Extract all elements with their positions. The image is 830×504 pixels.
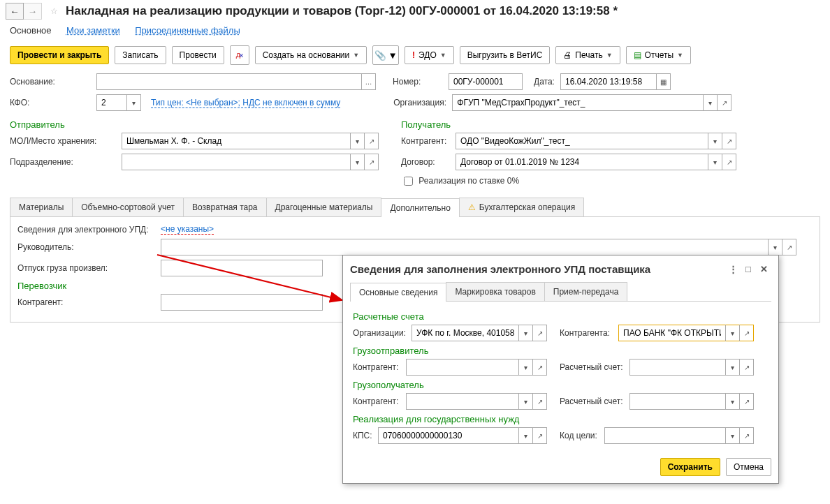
accounts-title: Расчетные счета bbox=[353, 311, 769, 322]
acct-org-input[interactable] bbox=[412, 325, 519, 328]
date-label: Дата: bbox=[534, 77, 560, 87]
chevron-down-icon: ▼ bbox=[440, 52, 446, 59]
arrow-left-icon: ← bbox=[10, 6, 19, 17]
attach-button[interactable]: 📎 ▼ bbox=[372, 45, 399, 65]
dt-kt-icon: Дк bbox=[236, 52, 243, 59]
acct-contr-input[interactable] bbox=[618, 325, 726, 328]
dialog-close-button[interactable]: ✕ bbox=[756, 261, 771, 276]
create-based-button[interactable]: Создать на основании ▼ bbox=[255, 46, 367, 64]
dlg-tab-mark[interactable]: Маркировка товаров bbox=[446, 282, 544, 301]
carrier-contr-input[interactable] bbox=[161, 294, 323, 311]
kfo-input[interactable] bbox=[96, 94, 127, 111]
kfo-dropdown-button[interactable]: ▾ bbox=[127, 94, 141, 111]
number-input[interactable] bbox=[449, 73, 523, 90]
recv-contr-label: Контрагент: bbox=[401, 136, 456, 146]
recv-contr-dropdown-button[interactable]: ▾ bbox=[708, 133, 722, 149]
dt-kt-button[interactable]: Дк bbox=[230, 45, 249, 65]
upd-label: Сведения для электронного УПД: bbox=[17, 225, 161, 235]
mol-open-button[interactable]: ↗ bbox=[365, 133, 379, 149]
price-type-link[interactable]: Тип цен: <Не выбран>; НДС не включен в с… bbox=[151, 98, 340, 108]
acct-contr-open-button[interactable]: ↗ bbox=[740, 325, 754, 328]
nav-tab-main[interactable]: Основное bbox=[10, 25, 52, 36]
zero-rate-checkbox-label[interactable]: Реализация по ставке 0% bbox=[401, 175, 519, 188]
save-button[interactable]: Записать bbox=[115, 46, 166, 64]
report-icon: ▤ bbox=[634, 50, 641, 60]
zero-rate-checkbox[interactable] bbox=[404, 177, 413, 186]
mol-dropdown-button[interactable]: ▾ bbox=[351, 133, 365, 149]
dialog-more-button[interactable]: ⋮ bbox=[725, 261, 741, 276]
subtab-materials[interactable]: Материалы bbox=[10, 198, 73, 216]
dlg-tab-transfer[interactable]: Прием-передача bbox=[544, 282, 628, 301]
receiver-title: Получатель bbox=[401, 119, 820, 130]
chevron-down-icon: ▼ bbox=[677, 52, 683, 59]
subtab-accounting[interactable]: ⚠ Бухгалтерская операция bbox=[459, 198, 584, 216]
post-button[interactable]: Провести bbox=[172, 46, 224, 64]
vetis-button[interactable]: Выгрузить в ВетИС bbox=[460, 46, 551, 64]
basis-label: Основание: bbox=[10, 77, 87, 87]
sender-title: Отправитель bbox=[10, 119, 401, 130]
back-button[interactable]: ← bbox=[6, 3, 24, 20]
org-dropdown-button[interactable]: ▾ bbox=[704, 94, 718, 111]
arrow-right-icon: → bbox=[28, 6, 37, 17]
acct-org-open-button[interactable]: ↗ bbox=[533, 325, 547, 328]
subtab-extra[interactable]: Дополнительно bbox=[381, 198, 459, 217]
dialog-maximize-button[interactable]: □ bbox=[741, 261, 756, 276]
recv-contr-open-button[interactable]: ↗ bbox=[722, 133, 736, 149]
mol-label: МОЛ/Место хранения: bbox=[10, 136, 122, 146]
upd-dialog: Сведения для заполнения электронного УПД… bbox=[342, 255, 779, 328]
edo-button[interactable]: ! ЭДО ▼ bbox=[405, 46, 454, 64]
mol-input[interactable] bbox=[122, 133, 351, 149]
chevron-down-icon: ▼ bbox=[388, 50, 398, 61]
date-input[interactable] bbox=[560, 73, 657, 90]
dept-open-button[interactable]: ↗ bbox=[365, 154, 379, 170]
dlg-tab-main[interactable]: Основные сведения bbox=[350, 283, 446, 302]
nav-tab-notes[interactable]: Мои заметки bbox=[66, 25, 120, 36]
release-label: Отпуск груза произвел: bbox=[17, 263, 161, 273]
subtab-precious[interactable]: Драгоценные материалы bbox=[266, 198, 382, 216]
calendar-icon: ▦ bbox=[660, 78, 667, 86]
dept-input[interactable] bbox=[122, 154, 351, 170]
print-icon: 🖨 bbox=[563, 50, 571, 60]
favorite-star-icon[interactable]: ☆ bbox=[46, 3, 61, 19]
kfo-label: КФО: bbox=[10, 98, 87, 108]
upd-link[interactable]: <не указаны> bbox=[161, 224, 214, 235]
post-and-close-button[interactable]: Провести и закрыть bbox=[10, 46, 109, 64]
basis-input[interactable] bbox=[96, 73, 362, 90]
warning-icon: ⚠ bbox=[468, 202, 476, 212]
contract-dropdown-button[interactable]: ▾ bbox=[708, 154, 722, 170]
subtab-volumetric[interactable]: Объемно-сортовой учет bbox=[72, 198, 184, 216]
reports-button[interactable]: ▤ Отчеты ▼ bbox=[626, 46, 691, 64]
contract-input[interactable] bbox=[456, 154, 708, 170]
acct-org-dropdown-button[interactable]: ▾ bbox=[519, 325, 533, 328]
carrier-contr-label: Контрагент: bbox=[17, 297, 161, 307]
acct-contr-dropdown-button[interactable]: ▾ bbox=[726, 325, 740, 328]
release-input[interactable] bbox=[161, 260, 323, 276]
contract-open-button[interactable]: ↗ bbox=[722, 154, 736, 170]
org-label: Организация: bbox=[393, 98, 452, 108]
dept-dropdown-button[interactable]: ▾ bbox=[351, 154, 365, 170]
org-open-button[interactable]: ↗ bbox=[718, 94, 731, 111]
dept-label: Подразделение: bbox=[10, 157, 122, 167]
recv-contr-input[interactable] bbox=[456, 133, 708, 149]
attach-icon: 📎 bbox=[374, 50, 386, 61]
forward-button[interactable]: → bbox=[24, 3, 42, 20]
dialog-title: Сведения для заполнения электронного УПД… bbox=[350, 263, 650, 275]
print-button[interactable]: 🖨 Печать ▼ bbox=[555, 46, 620, 64]
basis-ellipsis-button[interactable]: … bbox=[362, 73, 376, 90]
head-open-button[interactable]: ↗ bbox=[782, 239, 796, 255]
contract-label: Договор: bbox=[401, 157, 456, 167]
head-label: Руководитель: bbox=[17, 242, 161, 252]
chevron-down-icon: ▼ bbox=[606, 52, 613, 59]
page-title: Накладная на реализацию продукции и това… bbox=[66, 4, 618, 18]
head-input[interactable] bbox=[161, 239, 769, 255]
org-input[interactable] bbox=[452, 94, 704, 111]
nav-tab-files[interactable]: Присоединенные файлы bbox=[135, 25, 240, 36]
number-label: Номер: bbox=[393, 77, 449, 87]
subtab-returnable[interactable]: Возвратная тара bbox=[183, 198, 267, 216]
chevron-down-icon: ▼ bbox=[353, 52, 359, 59]
exclaim-icon: ! bbox=[412, 50, 415, 60]
date-calendar-button[interactable]: ▦ bbox=[657, 73, 671, 90]
head-dropdown-button[interactable]: ▾ bbox=[769, 239, 782, 255]
